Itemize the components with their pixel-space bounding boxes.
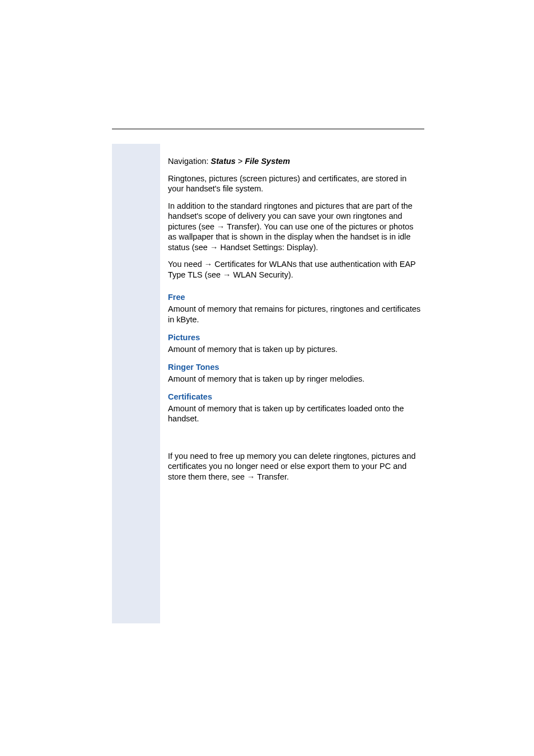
heading-ringer-tones: Ringer Tones <box>168 362 422 373</box>
text-ringer-tones: Amount of memory that is taken up by rin… <box>168 374 422 384</box>
link-handset-display[interactable]: Handset Settings: Display <box>220 243 313 252</box>
footer-text-a: If you need to free up memory you can de… <box>168 452 416 481</box>
intro-p3-text-a: You need <box>168 260 204 269</box>
divider-line <box>112 129 424 129</box>
intro-paragraph-2: In addition to the standard ringtones an… <box>168 201 422 253</box>
heading-pictures: Pictures <box>168 332 422 343</box>
intro-p3-text-c: ). <box>288 270 293 279</box>
text-pictures: Amount of memory that is taken up by pic… <box>168 344 422 355</box>
intro-p2-text-c: ). <box>313 243 318 252</box>
nav-prefix: Navigation: <box>168 157 211 166</box>
text-certificates: Amount of memory that is taken up by cer… <box>168 403 422 424</box>
footer-paragraph: If you need to free up memory you can de… <box>168 451 422 482</box>
navigation-breadcrumb: Navigation: Status > File System <box>168 156 422 167</box>
heading-free: Free <box>168 292 422 303</box>
arrow-icon: → <box>223 270 231 279</box>
text-free: Amount of memory that remains for pictur… <box>168 304 422 325</box>
arrow-icon: → <box>217 222 225 231</box>
footer-text-b: . <box>287 472 289 481</box>
content-area: Navigation: Status > File System Rington… <box>168 156 422 482</box>
nav-separator: > <box>236 157 245 166</box>
arrow-icon: → <box>210 243 218 252</box>
link-certificates[interactable]: Certificates <box>214 260 255 269</box>
nav-path-status: Status <box>211 157 236 166</box>
arrow-icon: → <box>204 260 213 269</box>
intro-paragraph-1: Ringtones, pictures (screen pictures) an… <box>168 173 422 194</box>
link-transfer-footer[interactable]: Transfer <box>257 472 287 481</box>
link-transfer[interactable]: Transfer <box>227 222 256 231</box>
arrow-icon: → <box>247 472 255 481</box>
heading-certificates: Certificates <box>168 392 422 402</box>
sidebar-column <box>112 144 160 623</box>
intro-paragraph-3: You need → Certificates for WLANs that u… <box>168 259 422 280</box>
link-wlan-security[interactable]: WLAN Security <box>233 270 288 279</box>
nav-path-filesystem: File System <box>245 157 290 166</box>
